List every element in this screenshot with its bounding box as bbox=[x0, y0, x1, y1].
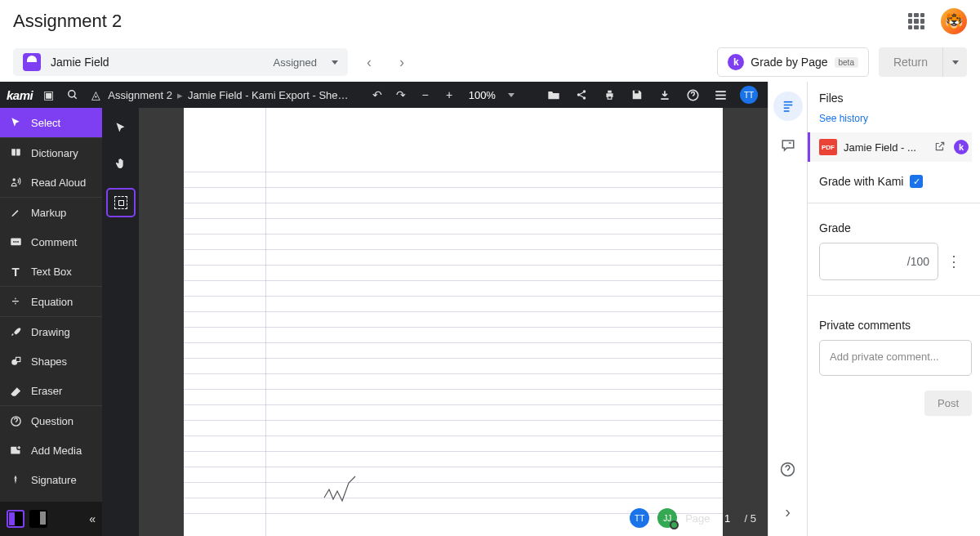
rail-help-button[interactable] bbox=[773, 454, 803, 484]
kami-editor: kami ▣ ◬ Assignment 2 ▸ Jamie Field - Ka… bbox=[0, 82, 768, 536]
svg-point-13 bbox=[12, 178, 15, 181]
print-icon[interactable] bbox=[601, 87, 617, 103]
kami-tool-sidebar: Select Dictionary Read Aloud Markup bbox=[0, 108, 102, 536]
return-dropdown[interactable] bbox=[942, 47, 967, 77]
tool-read-aloud[interactable]: Read Aloud bbox=[0, 168, 102, 197]
folder-open-icon[interactable] bbox=[546, 87, 562, 103]
collaborator-jj[interactable]: JJ bbox=[657, 508, 677, 528]
grade-more-icon[interactable]: ⋮ bbox=[947, 252, 960, 270]
subtool-area-select[interactable] bbox=[106, 188, 136, 217]
tool-markup[interactable]: Markup bbox=[0, 198, 102, 227]
layout-right-toggle[interactable] bbox=[29, 510, 47, 528]
apps-grid-icon[interactable] bbox=[908, 13, 924, 29]
zoom-in-icon[interactable]: + bbox=[441, 87, 457, 103]
tool-question[interactable]: Question bbox=[0, 406, 102, 436]
tool-equation[interactable]: ÷ Equation bbox=[0, 287, 102, 316]
kami-logo: kami bbox=[7, 88, 33, 102]
grade-input[interactable] bbox=[858, 255, 907, 268]
post-button[interactable]: Post bbox=[924, 391, 972, 416]
grading-panel: Files See history PDF Jamie Field - ... … bbox=[807, 82, 980, 536]
media-icon bbox=[8, 443, 23, 458]
return-button[interactable]: Return bbox=[879, 47, 942, 77]
student-status: Assigned bbox=[274, 56, 317, 69]
eraser-icon bbox=[8, 383, 23, 398]
breadcrumb-filename[interactable]: Jamie Field - Kami Export - Sheets of pa bbox=[188, 89, 353, 101]
cursor-icon bbox=[8, 115, 23, 130]
grade-label: Grade bbox=[819, 221, 972, 234]
redo-icon[interactable]: ↷ bbox=[394, 87, 409, 103]
collaborator-tt[interactable]: TT bbox=[630, 508, 649, 528]
page-number-input[interactable] bbox=[719, 512, 737, 525]
see-history-link[interactable]: See history bbox=[819, 113, 972, 124]
svg-point-15 bbox=[13, 240, 15, 242]
student-name: Jamie Field bbox=[51, 56, 264, 69]
tool-dictionary[interactable]: Dictionary bbox=[0, 138, 102, 168]
help-icon[interactable] bbox=[684, 87, 701, 103]
grade-with-kami-checkbox[interactable]: ✓ bbox=[910, 175, 923, 188]
grade-by-page-button[interactable]: k Grade by Page beta bbox=[717, 47, 869, 77]
zoom-out-icon[interactable]: − bbox=[417, 87, 433, 103]
drive-icon[interactable]: ◬ bbox=[89, 87, 103, 103]
pdf-icon: PDF bbox=[819, 139, 837, 155]
document-canvas[interactable]: TT JJ Page / 5 bbox=[139, 108, 768, 536]
kami-toolbar: kami ▣ ◬ Assignment 2 ▸ Jamie Field - Ka… bbox=[0, 82, 768, 108]
grade-input-box[interactable]: /100 bbox=[819, 243, 938, 280]
grade-denominator: /100 bbox=[907, 255, 929, 268]
menu-icon[interactable] bbox=[712, 87, 728, 103]
undo-icon[interactable]: ↶ bbox=[369, 87, 385, 103]
page-total: / 5 bbox=[745, 512, 756, 525]
page-footer: TT JJ Page / 5 bbox=[630, 508, 756, 528]
student-selector[interactable]: Jamie Field Assigned bbox=[13, 48, 348, 76]
file-row[interactable]: PDF Jamie Field - ... k bbox=[808, 132, 972, 162]
tool-select[interactable]: Select bbox=[0, 108, 102, 137]
user-avatar-tt[interactable]: TT bbox=[740, 86, 758, 104]
beta-badge: beta bbox=[835, 57, 858, 68]
tool-eraser[interactable]: Eraser bbox=[0, 376, 102, 405]
tool-signature[interactable]: Signature bbox=[0, 465, 102, 494]
grade-with-kami-label: Grade with Kami bbox=[819, 175, 903, 188]
rail-comments-button[interactable] bbox=[773, 131, 803, 160]
next-student-button[interactable]: › bbox=[390, 51, 413, 74]
kami-file-icon[interactable]: k bbox=[954, 140, 969, 154]
signature-icon bbox=[8, 472, 23, 487]
breadcrumb: ◬ Assignment 2 ▸ Jamie Field - Kami Expo… bbox=[89, 87, 353, 103]
chevron-down-icon bbox=[332, 60, 338, 65]
file-name: Jamie Field - ... bbox=[844, 141, 928, 154]
collapse-sidebar-icon[interactable]: « bbox=[89, 512, 96, 525]
prev-student-button[interactable]: ‹ bbox=[358, 51, 381, 74]
open-external-icon[interactable] bbox=[934, 141, 947, 154]
subtool-rail bbox=[102, 108, 139, 536]
rail-details-button[interactable] bbox=[773, 92, 803, 121]
question-icon bbox=[8, 413, 23, 428]
page-title: Assignment 2 bbox=[13, 11, 122, 32]
download-icon[interactable] bbox=[657, 87, 673, 103]
tool-shapes[interactable]: Shapes bbox=[0, 346, 102, 376]
subtool-pointer[interactable] bbox=[109, 116, 132, 139]
share-icon[interactable] bbox=[573, 87, 590, 103]
speaker-icon bbox=[8, 175, 23, 190]
zoom-level[interactable]: 100% bbox=[466, 89, 499, 101]
tool-drawing[interactable]: Drawing bbox=[0, 317, 102, 346]
divide-icon: ÷ bbox=[8, 294, 23, 309]
highlighter-icon bbox=[8, 205, 23, 220]
student-bar: Jamie Field Assigned ‹ › k Grade by Page… bbox=[0, 42, 980, 82]
subtool-hand[interactable] bbox=[109, 152, 132, 175]
tool-text-box[interactable]: T Text Box bbox=[0, 257, 102, 286]
panel-toggle-icon[interactable]: ▣ bbox=[41, 87, 56, 103]
rail-collapse-button[interactable]: › bbox=[773, 497, 803, 526]
tool-comment[interactable]: Comment bbox=[0, 227, 102, 257]
user-avatar[interactable]: 🐯 bbox=[941, 8, 967, 34]
breadcrumb-assignment[interactable]: Assignment 2 bbox=[108, 89, 172, 101]
header-bar: Assignment 2 🐯 bbox=[0, 0, 980, 42]
layout-left-toggle[interactable] bbox=[7, 510, 24, 528]
save-icon[interactable] bbox=[629, 87, 645, 103]
svg-point-16 bbox=[15, 240, 16, 242]
zoom-dropdown-icon[interactable] bbox=[507, 93, 515, 97]
search-icon[interactable] bbox=[65, 87, 81, 103]
private-comment-input[interactable]: Add private comment... bbox=[819, 340, 972, 376]
tool-add-media[interactable]: Add Media bbox=[0, 436, 102, 465]
chevron-right-icon: ▸ bbox=[177, 89, 183, 101]
panel-rail: › bbox=[768, 82, 807, 536]
student-avatar-icon bbox=[23, 53, 41, 71]
svg-rect-6 bbox=[608, 91, 612, 93]
